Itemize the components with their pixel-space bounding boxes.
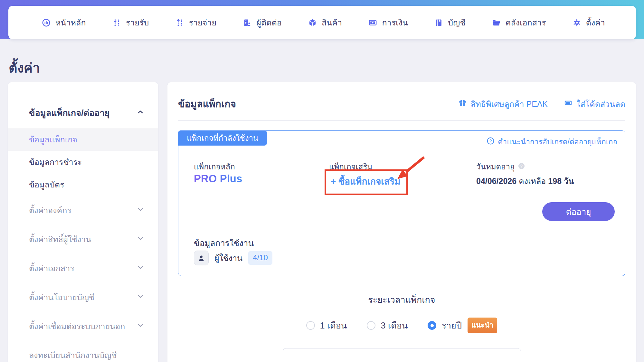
help-circle-gray-icon[interactable]: ? — [518, 162, 525, 171]
sidebar-section-external-integrations[interactable]: ตั้งค่าเชื่อมต่อระบบภายนอก — [8, 312, 158, 341]
nav-label: คลังเอกสาร — [506, 16, 546, 29]
sidebar-section-documents[interactable]: ตั้งค่าเอกสาร — [8, 254, 158, 283]
contacts-icon — [243, 18, 251, 27]
chevron-down-icon — [136, 321, 145, 331]
nav-label: สินค้า — [322, 16, 342, 29]
documents-icon — [492, 18, 501, 27]
settings-icon — [573, 18, 581, 27]
gift-icon — [458, 99, 467, 109]
ticket-icon — [564, 99, 573, 109]
chevron-down-icon — [136, 292, 145, 302]
nav-label: รายรับ — [126, 16, 149, 29]
discount-code-label: ใส่โค้ดส่วนลด — [576, 98, 625, 110]
settings-sidebar: ข้อมูลแพ็กเกจ/ต่ออายุ ข้อมูลแพ็กเกจ ข้อม… — [8, 82, 158, 362]
nav-item-home[interactable]: หน้าหลัก — [42, 16, 86, 29]
sidebar-group-label: ลงทะเบียนสำนักงานบัญชี — [29, 349, 117, 362]
sidebar-section-package[interactable]: ข้อมูลแพ็กเกจ/ต่ออายุ — [8, 105, 158, 121]
sidebar-group-label: ตั้งค่าเอกสาร — [29, 262, 74, 275]
upgrade-guide-link[interactable]: ? คำแนะนำการอัปเกรด/ต่ออายุแพ็กเกจ — [487, 136, 617, 148]
expiry-value: 04/06/2026 คงเหลือ 198 วัน — [476, 175, 574, 187]
sidebar-section-label: ข้อมูลแพ็กเกจ/ต่ออายุ — [29, 106, 109, 120]
nav-label: การเงิน — [382, 16, 408, 29]
nav-label: ตั้งค่า — [586, 16, 605, 29]
duration-option-1-month[interactable]: 1 เดือน — [306, 319, 347, 332]
nav-item-documents[interactable]: คลังเอกสาร — [492, 16, 546, 29]
nav-item-accounting[interactable]: บัญชี — [434, 16, 465, 29]
radio-icon[interactable] — [306, 321, 315, 330]
sidebar-group-label: ตั้งค่าเชื่อมต่อระบบภายนอก — [29, 320, 125, 333]
sidebar-item-register-accounting-firm[interactable]: ลงทะเบียนสำนักงานบัญชี — [8, 341, 158, 362]
usage-users-row: ผู้ใช้งาน 4/10 — [194, 251, 272, 265]
duration-option-yearly[interactable]: รายปี แนะนำ — [428, 318, 497, 333]
chevron-down-icon — [136, 263, 145, 273]
expiry-label-row: วันหมดอายุ ? — [476, 160, 525, 173]
current-package-tab: แพ็กเกจที่กำลังใช้งาน — [178, 130, 267, 146]
duration-option-label: 1 เดือน — [320, 319, 347, 332]
duration-option-label: รายปี — [441, 319, 462, 332]
user-icon — [194, 251, 209, 265]
sidebar-section-accounting-policy[interactable]: ตั้งค่านโยบายบัญชี — [8, 283, 158, 312]
radio-icon[interactable] — [367, 321, 375, 330]
help-circle-icon: ? — [487, 137, 495, 147]
renew-button[interactable]: ต่ออายุ — [542, 202, 615, 221]
nav-item-products[interactable]: สินค้า — [308, 16, 342, 29]
chevron-down-icon — [136, 234, 145, 244]
sidebar-group-label: ตั้งค่าสิทธิ์ผู้ใช้งาน — [29, 233, 91, 246]
divider — [194, 229, 615, 229]
users-label: ผู้ใช้งาน — [214, 252, 242, 264]
sidebar-item-card-info[interactable]: ข้อมูลบัตร — [8, 173, 158, 196]
main-package-label: แพ็กเกจหลัก — [194, 160, 235, 173]
peak-privileges-link[interactable]: สิทธิพิเศษลูกค้า PEAK — [458, 98, 548, 110]
page-title: ตั้งค่า — [9, 57, 40, 78]
buy-addon-package-link[interactable]: + ซื้อแพ็กเกจเสริม — [331, 176, 401, 186]
panel-title: ข้อมูลแพ็กเกจ — [178, 96, 236, 111]
chevron-down-icon — [136, 205, 145, 215]
annotation-red-box: + ซื้อแพ็กเกจเสริม — [325, 169, 408, 195]
nav-label: รายจ่าย — [189, 16, 216, 29]
remaining-label: คงเหลือ — [519, 176, 546, 186]
package-info-panel: ข้อมูลแพ็กเกจ สิทธิพิเศษลูกค้า PEAK ใส่โ… — [167, 82, 636, 362]
users-count-badge: 4/10 — [248, 251, 272, 265]
discount-code-link[interactable]: ใส่โค้ดส่วนลด — [564, 98, 625, 110]
expiry-date: 04/06/2026 — [476, 176, 516, 186]
sidebar-item-package-info[interactable]: ข้อมูลแพ็กเกจ — [8, 128, 158, 151]
duration-option-label: 3 เดือน — [381, 319, 408, 332]
nav-item-settings[interactable]: ตั้งค่า — [573, 16, 605, 29]
recommended-badge: แนะนำ — [468, 318, 497, 333]
duration-options: 1 เดือน 3 เดือน รายปี แนะนำ — [178, 318, 625, 333]
main-package-value: PRO Plus — [194, 173, 242, 185]
income-icon — [112, 18, 121, 27]
nav-item-contacts[interactable]: ผู้ติดต่อ — [243, 16, 281, 29]
duration-option-3-months[interactable]: 3 เดือน — [367, 319, 408, 332]
package-pricing-card-stub — [283, 348, 521, 362]
nav-label: บัญชี — [448, 16, 465, 29]
svg-text:?: ? — [520, 164, 523, 168]
settings-page: หน้าหลัก รายรับ รายจ่าย ผู้ติดต่อ สินค้า… — [0, 0, 644, 362]
nav-label: หน้าหลัก — [55, 16, 86, 29]
remaining-days: 198 วัน — [548, 176, 574, 186]
sidebar-item-payment-info[interactable]: ข้อมูลการชำระ — [8, 151, 158, 173]
expense-icon — [175, 18, 184, 27]
products-icon — [308, 18, 317, 27]
upgrade-guide-label: คำแนะนำการอัปเกรด/ต่ออายุแพ็กเกจ — [498, 136, 617, 148]
peak-privileges-label: สิทธิพิเศษลูกค้า PEAK — [471, 98, 548, 110]
nav-label: ผู้ติดต่อ — [256, 16, 281, 29]
dashboard-icon — [42, 18, 51, 27]
sidebar-section-user-permissions[interactable]: ตั้งค่าสิทธิ์ผู้ใช้งาน — [8, 225, 158, 254]
divider — [178, 120, 625, 121]
panel-header-links: สิทธิพิเศษลูกค้า PEAK ใส่โค้ดส่วนลด — [458, 98, 625, 110]
panel-header: ข้อมูลแพ็กเกจ สิทธิพิเศษลูกค้า PEAK ใส่โ… — [178, 96, 625, 111]
expiry-label: วันหมดอายุ — [476, 160, 515, 173]
radio-selected-icon[interactable] — [428, 321, 436, 330]
chevron-up-icon — [136, 108, 145, 118]
finance-icon — [368, 18, 377, 27]
duration-heading: ระยะเวลาแพ็กเกจ — [178, 293, 625, 307]
usage-heading: ข้อมูลการใช้งาน — [194, 236, 254, 250]
main-navbar: หน้าหลัก รายรับ รายจ่าย ผู้ติดต่อ สินค้า… — [8, 6, 636, 39]
sidebar-section-organization[interactable]: ตั้งค่าองค์กร — [8, 196, 158, 225]
nav-item-expense[interactable]: รายจ่าย — [175, 16, 216, 29]
nav-item-finance[interactable]: การเงิน — [368, 16, 408, 29]
accounting-icon — [434, 18, 443, 27]
current-package-card: แพ็กเกจที่กำลังใช้งาน ? คำแนะนำการอัปเกร… — [178, 130, 625, 276]
nav-item-income[interactable]: รายรับ — [112, 16, 149, 29]
